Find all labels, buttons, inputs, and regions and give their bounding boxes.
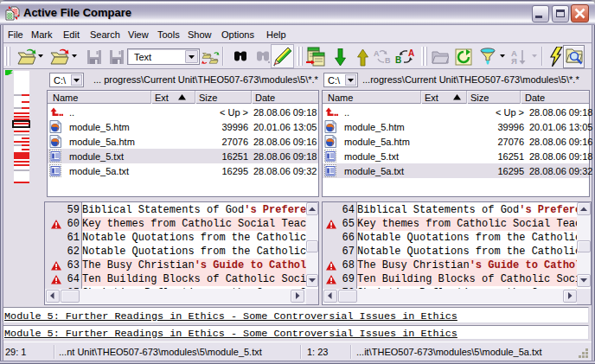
svg-text:A: A — [374, 49, 380, 58]
svg-text:B: B — [395, 55, 401, 65]
svg-text:B: B — [385, 56, 391, 65]
svg-text:Я: Я — [511, 56, 517, 65]
svg-text:A: A — [408, 48, 414, 58]
